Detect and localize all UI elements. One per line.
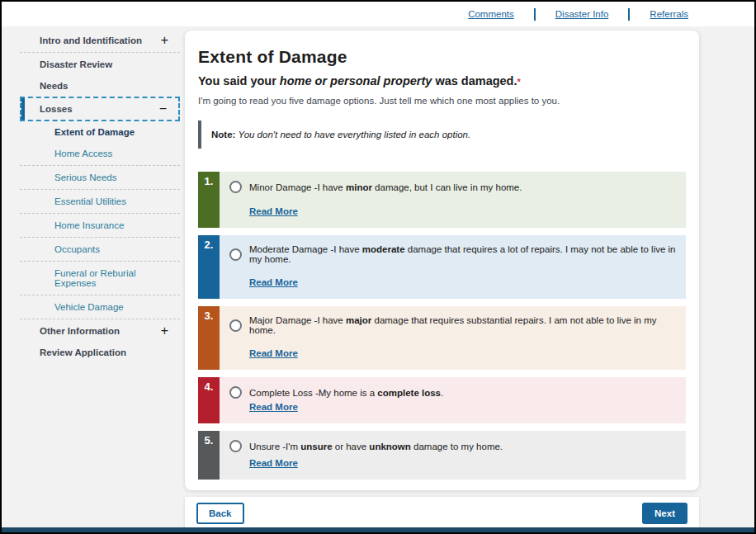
sidebar-item-label: Other Information — [40, 326, 120, 336]
option-3-radio[interactable] — [229, 319, 242, 332]
expand-plus-icon: + — [161, 326, 168, 336]
top-nav: Comments Disaster Info Referrals — [2, 2, 754, 26]
option-2-radio[interactable] — [229, 248, 242, 261]
option-1-radio[interactable] — [229, 181, 242, 193]
sidebar-item-intro-and-identification[interactable]: Intro and Identification + — [20, 30, 180, 51]
sidebar-item-label: Review Application — [40, 347, 126, 357]
option-1-label: Minor Damage -I have minor damage, but I… — [249, 182, 522, 192]
sidebar-separator — [20, 189, 180, 190]
page-title: Extent of Damage — [198, 47, 686, 67]
sidebar-item-extent-of-damage[interactable]: Extent of Damage — [20, 121, 180, 143]
top-nav-link-referrals[interactable]: Referrals — [650, 9, 688, 19]
option-3-read-more-link[interactable]: Read More — [249, 348, 298, 358]
option-number-badge: 5. — [198, 431, 220, 480]
option-row-major-damage: 3. Major Damage -I have major damage tha… — [198, 306, 686, 370]
top-nav-link-disaster-info[interactable]: Disaster Info — [555, 9, 609, 19]
sidebar-separator — [20, 237, 180, 238]
question-subtitle: You said your home or personal property … — [198, 74, 686, 87]
sidebar-separator — [20, 319, 180, 319]
sidebar-item-disaster-review[interactable]: Disaster Review — [20, 54, 180, 75]
sidebar-item-label: Disaster Review — [40, 59, 112, 69]
sidebar-separator — [20, 295, 180, 295]
option-2-read-more-link[interactable]: Read More — [249, 277, 298, 287]
option-row-minor-damage: 1. Minor Damage -I have minor damage, bu… — [198, 172, 686, 228]
sidebar-item-vehicle-damage[interactable]: Vehicle Damage — [20, 296, 180, 318]
footer-action-bar: Back Next — [185, 497, 699, 530]
option-5-radio[interactable] — [229, 440, 242, 452]
sidebar-item-review-application[interactable]: Review Application — [20, 342, 180, 363]
sidebar-item-serious-needs[interactable]: Serious Needs — [20, 167, 180, 188]
sidebar-separator — [20, 52, 180, 53]
option-5-label: Unsure -I'm unsure or have unknown damag… — [249, 442, 503, 451]
sidebar-item-label: Funeral or Reburial Expenses — [54, 268, 168, 288]
sidebar-item-label: Home Insurance — [54, 220, 124, 230]
sidebar-separator — [20, 213, 180, 214]
option-3-label: Major Damage -I have major damage that r… — [249, 315, 676, 335]
option-row-complete-loss: 4. Complete Loss -My home is a complete … — [198, 377, 686, 423]
sidebar-item-label: Needs — [40, 81, 69, 91]
damage-options-list: 1. Minor Damage -I have minor damage, bu… — [198, 172, 686, 480]
sidebar-item-label: Home Access — [54, 149, 112, 158]
sidebar-item-label: Vehicle Damage — [54, 302, 124, 312]
sidebar-item-label: Intro and Identification — [40, 35, 142, 45]
option-4-label: Complete Loss -My home is a complete los… — [249, 388, 443, 398]
back-button[interactable]: Back — [196, 503, 244, 524]
sidebar-item-funeral-or-reburial-expenses[interactable]: Funeral or Reburial Expenses — [20, 262, 180, 294]
next-button[interactable]: Next — [642, 503, 687, 524]
sidebar-separator — [20, 165, 180, 166]
option-number-badge: 4. — [198, 377, 220, 423]
sidebar-item-needs[interactable]: Needs — [20, 75, 180, 97]
option-4-radio[interactable] — [229, 386, 242, 399]
option-1-read-more-link[interactable]: Read More — [249, 206, 298, 216]
option-number-badge: 2. — [198, 235, 220, 299]
sidebar-separator — [20, 261, 180, 262]
option-row-moderate-damage: 2. Moderate Damage -I have moderate dama… — [198, 235, 686, 299]
sidebar-item-label: Extent of Damage — [54, 127, 135, 137]
sidebar-item-label: Losses — [40, 104, 73, 114]
intro-text: I'm going to read you five damage option… — [198, 96, 686, 106]
sidebar-item-essential-utilities[interactable]: Essential Utilities — [20, 191, 180, 212]
option-number-badge: 1. — [198, 172, 220, 228]
note-callout: Note: You don't need to have everything … — [198, 121, 686, 149]
option-5-read-more-link[interactable]: Read More — [249, 458, 298, 468]
sidebar-item-home-access[interactable]: Home Access — [20, 143, 180, 164]
sidebar-nav: Intro and Identification + Disaster Revi… — [20, 30, 180, 363]
sidebar-item-label: Serious Needs — [54, 172, 116, 182]
top-nav-link-comments[interactable]: Comments — [468, 9, 514, 19]
nav-separator — [534, 8, 536, 21]
sidebar-item-home-insurance[interactable]: Home Insurance — [20, 215, 180, 236]
option-number-badge: 3. — [198, 306, 220, 370]
option-4-read-more-link[interactable]: Read More — [249, 402, 298, 412]
sidebar-item-label: Occupants — [54, 244, 100, 254]
option-2-label: Moderate Damage -I have moderate damage … — [249, 244, 676, 264]
sidebar-item-occupants[interactable]: Occupants — [20, 239, 180, 260]
option-row-unsure: 5. Unsure -I'm unsure or have unknown da… — [198, 431, 686, 480]
collapse-minus-icon: − — [159, 104, 167, 114]
sidebar-item-losses[interactable]: Losses − — [20, 97, 180, 121]
main-content-panel: Extent of Damage You said your home or p… — [185, 31, 699, 490]
sidebar-item-label: Essential Utilities — [54, 196, 126, 206]
nav-separator — [628, 8, 630, 21]
sidebar-item-other-information[interactable]: Other Information + — [20, 320, 180, 342]
bottom-footer-bar — [2, 527, 754, 532]
expand-plus-icon: + — [161, 35, 168, 45]
